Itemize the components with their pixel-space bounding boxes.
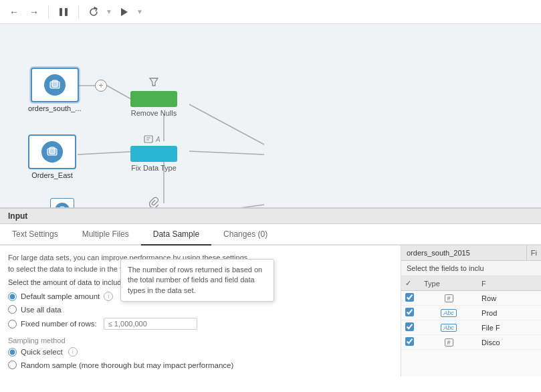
field-checkbox-0[interactable] [405, 293, 414, 302]
radio-quick-select-input[interactable] [8, 348, 17, 357]
radio-fixed-rows: Fixed number of rows: [8, 318, 393, 330]
svg-rect-13 [52, 80, 58, 87]
tab-changes[interactable]: Changes (0) [211, 224, 280, 246]
radio-use-all-input[interactable] [8, 305, 17, 314]
transform-fix-data-type[interactable]: A Fix Data Type [130, 134, 177, 172]
toolbar-divider [48, 5, 49, 19]
field-name-2: File F [477, 320, 541, 335]
pause-button[interactable] [54, 4, 73, 20]
tab-text-settings[interactable]: Text Settings [0, 224, 70, 246]
add-step-button[interactable]: + [95, 80, 107, 92]
node-orders-east[interactable]: Orders_East [28, 134, 76, 179]
tab-data-sample[interactable]: Data Sample [141, 224, 211, 246]
play-button[interactable] [115, 4, 134, 20]
field-checkbox-1[interactable] [405, 308, 414, 316]
svg-marker-18 [150, 78, 158, 86]
sampling-section-label: Sampling method [8, 336, 393, 345]
radio-quick-select: Quick select i [8, 347, 393, 357]
col-field: F [477, 276, 541, 291]
type-badge-3: # [445, 338, 453, 347]
bottom-panel: Input Text Settings Multiple Files Data … [0, 207, 541, 392]
svg-rect-15 [49, 147, 55, 154]
transform-remove-nulls[interactable]: Remove Nulls [130, 76, 177, 117]
info-icon[interactable]: i [104, 292, 113, 301]
field-row-1: Abc Prod [401, 306, 541, 320]
radio-random-sample-label: Random sample (more thorough but may imp… [21, 361, 233, 369]
svg-rect-19 [144, 136, 152, 142]
refresh-button[interactable] [84, 4, 103, 20]
panel-header: Input [0, 209, 541, 224]
type-badge-1: Abc [441, 309, 457, 317]
node-orders-south[interactable]: orders_south_... [28, 68, 82, 112]
radio-use-all: Use all data [8, 305, 393, 314]
radio-quick-select-label: Quick select [21, 348, 63, 356]
node-orders-south-label: orders_south_... [28, 104, 82, 112]
toolbar: ← → ▼ ▼ [0, 0, 541, 24]
tab-multiple-files[interactable]: Multiple Files [70, 224, 141, 246]
radio-random-sample: Random sample (more thorough but may imp… [8, 361, 393, 369]
radio-use-all-label: Use all data [21, 306, 62, 314]
radio-default-sample-input[interactable] [8, 292, 17, 301]
fixed-rows-input[interactable] [104, 318, 197, 330]
select-fields-label: Select the fields to inclu [401, 261, 541, 276]
svg-marker-2 [121, 8, 128, 16]
dataset-name: orders_south_2015 [401, 246, 526, 260]
field-row-0: # Row [401, 291, 541, 306]
field-checkbox-2[interactable] [405, 322, 414, 331]
type-badge-2: Abc [441, 324, 457, 332]
radio-fixed-rows-label: Fixed number of rows: [21, 320, 97, 328]
transform-remove-nulls-label: Remove Nulls [131, 109, 177, 117]
panel-right: orders_south_2015 Fi Select the fields t… [401, 246, 541, 377]
forward-button[interactable]: → [25, 4, 43, 20]
back-button[interactable]: ← [5, 4, 23, 20]
type-badge-0: # [445, 294, 453, 302]
field-name-1: Prod [477, 306, 541, 320]
tooltip-text: The number of rows returned is based on … [128, 266, 262, 294]
tabs-row: Text Settings Multiple Files Data Sample… [0, 224, 541, 246]
field-row-2: Abc File F [401, 320, 541, 335]
col-checkbox: ✓ [401, 276, 420, 291]
node-orders-east-label: Orders_East [31, 171, 73, 179]
radio-random-sample-input[interactable] [8, 361, 17, 369]
col-type: Type [420, 276, 477, 291]
radio-fixed-rows-input[interactable] [8, 320, 17, 328]
svg-rect-0 [60, 8, 62, 16]
panel-left: For large data sets, you can improve per… [0, 246, 401, 377]
panel-content: For large data sets, you can improve per… [0, 246, 541, 377]
svg-line-10 [189, 151, 264, 155]
field-row-3: # Disco [401, 335, 541, 350]
field-checkbox-3[interactable] [405, 337, 414, 346]
field-name-0: Row [477, 291, 541, 306]
quick-select-info-icon[interactable]: i [68, 347, 78, 357]
tooltip-box: The number of rows returned is based on … [120, 259, 274, 302]
canvas-svg [0, 24, 541, 231]
right-panel-tab[interactable]: Fi [526, 246, 541, 260]
svg-text:A: A [155, 136, 160, 143]
toolbar-divider-2 [78, 5, 79, 19]
canvas-area: orders_south_... + Orders_East [0, 24, 541, 231]
field-table: ✓ Type F # Row Abc Prod [401, 276, 541, 350]
svg-rect-1 [65, 8, 68, 16]
field-name-3: Disco [477, 335, 541, 350]
radio-default-sample-label: Default sample amount [21, 292, 100, 300]
svg-line-9 [189, 104, 264, 144]
transform-fix-data-type-label: Fix Data Type [131, 164, 177, 172]
